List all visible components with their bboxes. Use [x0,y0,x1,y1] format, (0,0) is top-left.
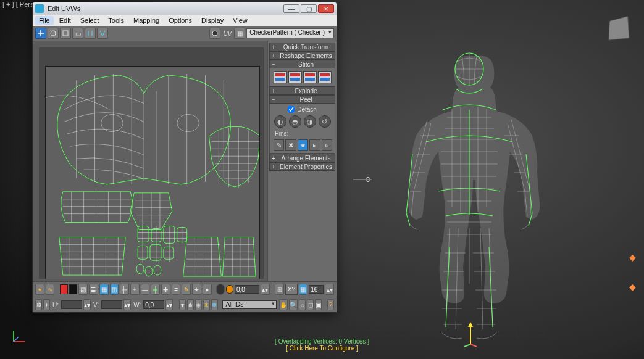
pin-btn-5[interactable]: ▹ [322,139,332,151]
character-model[interactable] [383,43,556,352]
tool-green1[interactable]: ╪ [151,284,160,295]
zoom-icon[interactable]: 🔍 [289,299,298,310]
tool-blob[interactable]: ● [203,284,212,295]
rollout-arrange-elements[interactable]: +Arrange Elements [269,154,335,162]
axis-lock[interactable]: ⊞ [275,284,284,295]
falloff-dot[interactable] [216,284,225,295]
material-ids-dropdown[interactable]: All IDs [222,300,277,309]
mirror-v-button[interactable] [97,28,108,39]
viewcube[interactable] [608,16,629,41]
close-button[interactable]: ✕ [318,4,334,13]
weld-btn-1[interactable]: ▾ [179,299,186,310]
nav-icon-1[interactable]: ◆ [628,253,637,262]
tool-brush[interactable]: ✎ [182,284,191,295]
menu-edit[interactable]: Edit [56,16,75,25]
uv-canvas-background[interactable] [39,47,264,279]
overlap-status: [ Overlapping Vertices: 0 Vertices ] [275,338,369,345]
camera-fov-slider[interactable] [353,178,372,181]
weld-btn-5[interactable]: ❄ [211,299,218,310]
menu-select[interactable]: Select [77,16,103,25]
show-map-button[interactable] [209,28,220,39]
spinner2[interactable]: ▴▾ [325,284,334,295]
detach-checkbox[interactable] [288,106,295,113]
tool-plus2[interactable]: ✚ [161,284,170,295]
zoom-region-icon[interactable]: ⌕ [299,299,306,310]
swatch-black[interactable] [69,284,77,294]
zoom-extents-icon[interactable]: ⊡ [307,299,314,310]
viewport-status[interactable]: [ Overlapping Vertices: 0 Vertices ] [ C… [275,338,369,352]
tool-minusv[interactable]: ╫ [120,284,129,295]
texture-map-dropdown[interactable]: CheckerPattern ( Checker ) [246,28,334,38]
nav-icon-2[interactable]: ◆ [628,283,637,291]
pin-btn-2[interactable]: ✖ [285,139,296,151]
tool-minus[interactable]: — [141,284,150,295]
peel-btn-1[interactable]: ◐ [274,115,286,128]
grid-value[interactable] [309,285,324,294]
rotate-mode-button[interactable] [48,28,59,39]
menu-tools[interactable]: Tools [104,16,128,25]
pan-icon[interactable]: ✋ [279,299,288,310]
peel-btn-2[interactable]: ◓ [289,115,301,128]
spinner[interactable]: ▴▾ [261,284,270,295]
xy-button[interactable]: XY [285,284,297,295]
stitch-btn-4[interactable] [318,71,332,83]
stitch-btn-1[interactable] [274,71,287,83]
uv-grid-box[interactable] [45,66,260,279]
rollout-explode[interactable]: +Explode [269,86,335,95]
peel-btn-4[interactable]: ↺ [319,115,331,128]
minimize-button[interactable]: — [283,4,299,13]
pin-btn-4[interactable]: ▸ [309,139,320,151]
freeform-mode-button[interactable]: ▭ [72,28,83,39]
tool-grid2[interactable]: ▥ [110,284,119,295]
uv-toggle-button[interactable]: ▦ [234,28,245,39]
titlebar[interactable]: Edit UVWs — ▢ ✕ [33,2,337,15]
v-field[interactable] [101,300,122,309]
tool-plus[interactable]: ＋ [130,284,140,295]
tool-eq[interactable]: = [172,284,181,295]
peel-btn-3[interactable]: ◑ [304,115,316,128]
pin-btn-3[interactable]: ★ [298,139,308,151]
tool-cube[interactable]: ▧ [78,284,88,295]
rollout-peel[interactable]: −Peel [269,95,335,104]
rollout-reshape-elements[interactable]: +Reshape Elements [269,51,335,60]
w-field[interactable] [143,300,164,309]
menu-mapping[interactable]: Mapping [130,16,163,25]
rollout-element-properties[interactable]: +Element Properties [269,162,335,171]
tool-wand[interactable]: ✦ [192,284,201,295]
menu-display[interactable]: Display [198,16,227,25]
u-spin[interactable]: ▴▾ [83,299,91,310]
configure-link[interactable]: [ Click Here To Configure ] [275,345,369,352]
tool-stack[interactable]: ≣ [89,284,98,295]
svg-line-14 [464,344,470,347]
menu-options[interactable]: Options [165,16,196,25]
stitch-btn-3[interactable] [303,71,317,83]
pin-btn-1[interactable]: ✎ [274,139,284,151]
stitch-btn-2[interactable] [288,71,302,83]
rollout-quick-transform[interactable]: +Quick Transform [269,43,335,51]
weld-btn-4[interactable]: ✳ [203,299,210,310]
vertex-so-button[interactable]: ▾ [35,284,44,295]
w-spin[interactable]: ▴▾ [165,299,173,310]
mirror-h-button[interactable] [85,28,96,39]
v-spin[interactable]: ▴▾ [123,299,131,310]
falloff-orange[interactable] [226,285,233,294]
rollout-stitch[interactable]: −Stitch [269,60,335,68]
u-field[interactable] [61,300,82,309]
scale-mode-button[interactable] [60,28,71,39]
move-gizmo[interactable] [463,322,478,347]
weld-btn-2[interactable]: ⋔ [187,299,194,310]
options-cog-icon[interactable]: ✲ [35,299,42,310]
swatch-red[interactable] [60,284,68,294]
weld-btn-3[interactable]: ⋕ [195,299,202,310]
falloff-value[interactable] [235,285,259,294]
lock-icon[interactable]: ⁞ [43,299,50,310]
help-icon[interactable]: ? [327,299,334,310]
tool-grid[interactable]: ▦ [99,284,109,295]
move-mode-button[interactable] [35,28,46,39]
fit-icon[interactable]: ▣ [315,299,322,310]
grid-toggle[interactable]: ▦ [299,284,308,295]
menu-view[interactable]: View [229,16,251,25]
edge-so-button[interactable]: ∿ [46,284,55,295]
menu-file[interactable]: File [35,16,54,25]
maximize-button[interactable]: ▢ [301,4,317,13]
